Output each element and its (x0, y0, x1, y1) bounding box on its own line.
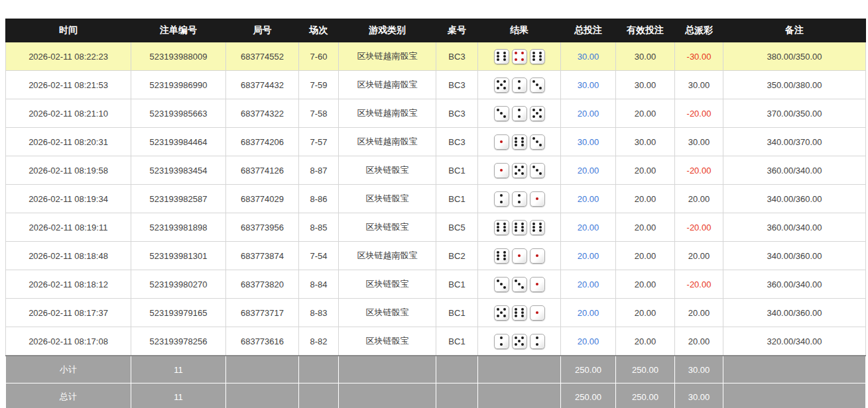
table-row[interactable]: 2026-02-11 08:17:08523193978256683773616… (6, 327, 866, 356)
cell-valid_bet: 20.00 (616, 242, 675, 270)
cell-total_bet[interactable]: 20.00 (561, 242, 616, 270)
cell-game: 区块链越南骰宝 (339, 99, 436, 128)
cell-bet_id: 523193981898 (131, 213, 226, 242)
cell-time: 2026-02-11 08:18:12 (6, 270, 131, 299)
table-row[interactable]: 2026-02-11 08:18:48523193981301683773874… (6, 242, 866, 270)
cell-time: 2026-02-11 08:18:48 (6, 242, 131, 270)
cell-bet_id: 523193980270 (131, 270, 226, 299)
cell-payout: 20.00 (675, 299, 723, 327)
cell-remark: 370.00/350.00 (723, 99, 866, 128)
cell-remark: 360.00/340.00 (723, 156, 866, 185)
column-header-round: 局号 (226, 19, 299, 42)
cell-bet_id: 523193984464 (131, 128, 226, 156)
table-row[interactable]: 2026-02-11 08:21:53523193986990683774432… (6, 71, 866, 99)
table-row[interactable]: 2026-02-11 08:21:10523193985663683774322… (6, 99, 866, 128)
die-1-icon (530, 277, 545, 292)
table-row[interactable]: 2026-02-11 08:19:58523193983454683774126… (6, 156, 866, 185)
die-6-icon (494, 248, 509, 264)
die-2-icon (512, 106, 527, 121)
cell-game: 区块链越南骰宝 (339, 42, 436, 71)
cell-session: 8-84 (299, 270, 339, 299)
die-3-icon (512, 277, 527, 292)
die-4-icon (512, 49, 527, 64)
footer-empty (299, 356, 339, 383)
table-row[interactable]: 2026-02-11 08:18:12523193980270683773820… (6, 270, 866, 299)
table-row[interactable]: 2026-02-11 08:20:31523193984464683774206… (6, 128, 866, 156)
dice-result (479, 220, 559, 235)
cell-time: 2026-02-11 08:19:11 (6, 213, 131, 242)
cell-total_bet[interactable]: 20.00 (561, 99, 616, 128)
footer-label: 小计 (6, 356, 131, 383)
cell-table_no: BC3 (436, 42, 478, 71)
cell-game: 区块链骰宝 (339, 270, 436, 299)
die-1-icon (494, 163, 509, 178)
table-body: 2026-02-11 08:22:23523193988009683774552… (6, 42, 866, 356)
die-3-icon (494, 277, 509, 292)
die-2-icon (494, 191, 509, 207)
cell-table_no: BC1 (436, 185, 478, 213)
table-footer: 小计11250.00250.0030.00总计11250.00250.0030.… (6, 356, 866, 408)
cell-remark: 340.00/370.00 (723, 128, 866, 156)
cell-valid_bet: 30.00 (616, 42, 675, 71)
column-header-time: 时间 (6, 19, 131, 42)
cell-game: 区块链骰宝 (339, 185, 436, 213)
cell-total_bet[interactable]: 20.00 (561, 156, 616, 185)
footer-empty (723, 356, 866, 383)
cell-time: 2026-02-11 08:22:23 (6, 42, 131, 71)
table-row[interactable]: 2026-02-11 08:22:23523193988009683774552… (6, 42, 866, 71)
cell-total_bet[interactable]: 30.00 (561, 42, 616, 71)
cell-bet_id: 523193985663 (131, 99, 226, 128)
cell-valid_bet: 20.00 (616, 299, 675, 327)
cell-remark: 340.00/360.00 (723, 299, 866, 327)
table-header: 时间注单编号局号场次游戏类别桌号结果总投注有效投注总派彩备注 (6, 19, 866, 42)
table-row[interactable]: 2026-02-11 08:19:11523193981898683773956… (6, 213, 866, 242)
footer-valid-bet: 250.00 (616, 383, 675, 408)
cell-total_bet[interactable]: 30.00 (561, 71, 616, 99)
column-header-valid_bet: 有效投注 (616, 19, 675, 42)
cell-table_no: BC1 (436, 299, 478, 327)
cell-payout: -20.00 (675, 99, 723, 128)
cell-result (478, 99, 561, 128)
cell-total_bet[interactable]: 30.00 (561, 128, 616, 156)
footer-empty (226, 383, 299, 408)
footer-valid-bet: 250.00 (616, 356, 675, 383)
cell-bet_id: 523193978256 (131, 327, 226, 356)
cell-round: 683774206 (226, 128, 299, 156)
bet-history-table: 时间注单编号局号场次游戏类别桌号结果总投注有效投注总派彩备注 2026-02-1… (5, 19, 866, 408)
die-3-icon (530, 77, 545, 93)
cell-valid_bet: 20.00 (616, 185, 675, 213)
cell-result (478, 270, 561, 299)
die-1-icon (530, 305, 545, 321)
cell-total_bet[interactable]: 20.00 (561, 327, 616, 356)
cell-total_bet[interactable]: 20.00 (561, 270, 616, 299)
table-row[interactable]: 2026-02-11 08:19:34523193982587683774029… (6, 185, 866, 213)
cell-table_no: BC1 (436, 156, 478, 185)
cell-payout: 30.00 (675, 128, 723, 156)
subtotal-row: 小计11250.00250.0030.00 (6, 356, 866, 383)
die-3-icon (530, 134, 545, 150)
die-5-icon (494, 77, 509, 93)
cell-total_bet[interactable]: 20.00 (561, 299, 616, 327)
cell-round: 683773616 (226, 327, 299, 356)
cell-round: 683774029 (226, 185, 299, 213)
cell-game: 区块链越南骰宝 (339, 242, 436, 270)
table-row[interactable]: 2026-02-11 08:17:37523193979165683773717… (6, 299, 866, 327)
cell-result (478, 213, 561, 242)
cell-session: 8-86 (299, 185, 339, 213)
dice-result (479, 163, 559, 178)
cell-result (478, 299, 561, 327)
cell-valid_bet: 20.00 (616, 327, 675, 356)
die-1-icon (530, 248, 545, 264)
cell-payout: -20.00 (675, 213, 723, 242)
cell-table_no: BC1 (436, 270, 478, 299)
cell-session: 8-87 (299, 156, 339, 185)
cell-table_no: BC1 (436, 327, 478, 356)
cell-total_bet[interactable]: 20.00 (561, 213, 616, 242)
cell-session: 7-58 (299, 99, 339, 128)
cell-time: 2026-02-11 08:21:10 (6, 99, 131, 128)
cell-total_bet[interactable]: 20.00 (561, 185, 616, 213)
die-6-icon (530, 220, 545, 235)
cell-result (478, 71, 561, 99)
dice-result (479, 106, 559, 121)
cell-valid_bet: 20.00 (616, 270, 675, 299)
